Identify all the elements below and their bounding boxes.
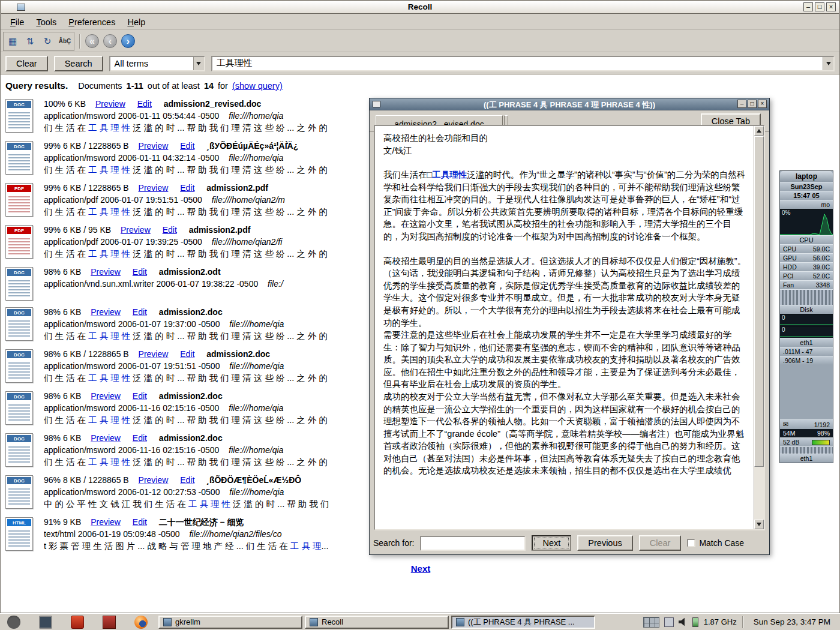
- cpu-chart: 0%: [780, 209, 833, 235]
- mail-row: ✉ 1/192: [780, 419, 833, 429]
- edit-link[interactable]: Edit: [133, 307, 147, 317]
- package-icon[interactable]: [103, 616, 116, 629]
- edit-link[interactable]: Edit: [180, 475, 194, 485]
- term-explorer-icon[interactable]: ÂbÇ: [57, 34, 73, 49]
- preview-link[interactable]: Preview: [91, 517, 121, 527]
- clear-button[interactable]: Clear: [5, 56, 48, 71]
- toolbar-separator: [79, 34, 80, 49]
- result-filename: ¸ßÕÐÖÆ¶ÈÖеĹ«Æ½ÐÔ: [206, 475, 301, 485]
- menu-item[interactable]: Help: [121, 16, 151, 29]
- page-nav-icon[interactable]: ‹: [103, 34, 117, 48]
- clock[interactable]: Sun Sep 23, 3:47 PM: [749, 617, 835, 626]
- edit-link[interactable]: Edit: [133, 267, 147, 277]
- page-nav-icon[interactable]: «: [85, 34, 99, 48]
- preview-link[interactable]: Preview: [95, 99, 125, 109]
- scrollbar-thumb[interactable]: [754, 136, 764, 467]
- firefox-icon[interactable]: [134, 616, 148, 629]
- sort-params-icon[interactable]: ⇅: [22, 34, 38, 49]
- snippet-match: 工 具 理 性: [88, 123, 130, 133]
- doc-history-icon[interactable]: ▦: [5, 34, 20, 49]
- edit-link[interactable]: Edit: [163, 225, 177, 235]
- edit-link[interactable]: Edit: [133, 391, 147, 401]
- preview-scrollbar[interactable]: [754, 126, 764, 529]
- query-combo: [211, 56, 835, 71]
- result-rank: 98% 6 KB: [44, 267, 81, 277]
- find-clear-button[interactable]: Clear: [639, 535, 682, 551]
- query-history-chevron-icon[interactable]: [823, 57, 833, 70]
- pager-icon[interactable]: [643, 617, 659, 628]
- battery-icon[interactable]: [692, 617, 698, 627]
- chevron-down-icon[interactable]: [193, 57, 204, 70]
- preview-document-text[interactable]: 高校招生的社会功能和目的 文/钱江 我们生活在□工具理性泛滥的时代。作为“世之显…: [375, 126, 753, 529]
- result-filename: admission2.doc: [159, 391, 223, 401]
- search-button[interactable]: Search: [54, 56, 103, 71]
- preview-link[interactable]: Preview: [91, 433, 121, 443]
- result-rank: 99% 6 KB / 1228865 B: [44, 183, 129, 193]
- find-input[interactable]: [420, 536, 526, 551]
- result-rank: 91% 9 KB: [44, 517, 81, 527]
- preview-link[interactable]: Preview: [139, 141, 169, 151]
- preview-link[interactable]: Preview: [91, 267, 121, 277]
- page-nav-icon[interactable]: ›: [121, 34, 135, 48]
- preview-paragraph: 高校招生最明显的目的当然是选拔人才。但这选拔人才的目标却不仅仅是人们假定“因材施…: [383, 255, 747, 329]
- preview-link[interactable]: Preview: [91, 307, 121, 317]
- close-button[interactable]: ×: [826, 2, 836, 11]
- toolbar: ▦ ⇅ ↻ ÂbÇ « ‹ ›: [1, 31, 839, 52]
- next-page-link[interactable]: Next: [411, 563, 431, 574]
- gkrellm-monitor[interactable]: laptop Sun23Sep 15:47 05 mo 0% CPU CPU59…: [779, 170, 833, 463]
- menu-item[interactable]: File: [4, 16, 30, 29]
- sensor-row: CPU59.0C: [780, 244, 833, 253]
- result-mimetype-date: application/msword 2006-01-12 00:27:53 -…: [44, 487, 220, 497]
- refresh-icon[interactable]: ↻: [40, 34, 55, 49]
- task-button[interactable]: ((工 PHRASE 4 具 PHRASE ...: [451, 616, 595, 629]
- find-next-button[interactable]: Next: [532, 535, 571, 551]
- scroll-up-icon[interactable]: [754, 126, 764, 136]
- net-label: eth1: [780, 338, 833, 347]
- edit-link[interactable]: Edit: [133, 517, 147, 527]
- task-button[interactable]: gkrellm: [158, 616, 302, 629]
- edit-link[interactable]: Edit: [180, 183, 194, 193]
- preview-titlebar[interactable]: ((工 PHRASE 4 具 PHRASE 4 理 PHRASE 4 性)) –…: [370, 98, 769, 110]
- snippet-match: 工 具 理 性: [88, 249, 130, 259]
- media-icon[interactable]: [71, 616, 84, 629]
- query-input[interactable]: [212, 57, 833, 70]
- preview-link[interactable]: Preview: [139, 183, 169, 193]
- menu-item[interactable]: Preferences: [62, 16, 121, 29]
- preview-minimize-button[interactable]: –: [737, 100, 746, 108]
- snippet-match: 工 具 理 性: [88, 165, 130, 175]
- result-url: file:/: [268, 279, 283, 289]
- scroll-down-icon[interactable]: [754, 520, 764, 529]
- menu-item[interactable]: Tools: [30, 16, 62, 29]
- preview-window-title: ((工 PHRASE 4 具 PHRASE 4 理 PHRASE 4 性)): [370, 100, 769, 110]
- find-previous-button[interactable]: Previous: [577, 535, 632, 551]
- volume-icon[interactable]: [679, 617, 688, 626]
- preview-link[interactable]: Preview: [139, 475, 169, 485]
- match-case-checkbox[interactable]: [687, 539, 695, 547]
- minimize-button[interactable]: –: [803, 2, 813, 11]
- memory-used: 54M: [783, 430, 795, 437]
- task-label: Recoll: [322, 617, 343, 626]
- edit-link[interactable]: Edit: [180, 349, 194, 359]
- keyboard-icon[interactable]: [664, 617, 674, 627]
- show-query-link[interactable]: (show query): [232, 81, 283, 91]
- display-icon[interactable]: [39, 616, 52, 629]
- preview-link[interactable]: Preview: [121, 225, 151, 235]
- preview-paragraph: [383, 157, 747, 169]
- sensor-row: GPU56.0C: [780, 253, 833, 262]
- preview-link[interactable]: Preview: [91, 391, 121, 401]
- memory-percent: 98%: [817, 430, 830, 437]
- memory-row: 54M98%: [780, 429, 833, 437]
- edit-link[interactable]: Edit: [137, 99, 152, 109]
- preview-link[interactable]: Preview: [139, 349, 169, 359]
- maximize-button[interactable]: □: [815, 2, 824, 11]
- task-window-icon: [456, 618, 464, 626]
- preview-paragraph: 文/钱江: [383, 145, 747, 157]
- window-titlebar[interactable]: Recoll – □ ×: [1, 1, 839, 14]
- gnome-foot-icon[interactable]: [7, 616, 20, 629]
- preview-close-button[interactable]: ×: [758, 100, 767, 108]
- preview-maximize-button[interactable]: □: [748, 100, 757, 108]
- task-button[interactable]: Recoll: [305, 616, 449, 629]
- edit-link[interactable]: Edit: [133, 433, 147, 443]
- edit-link[interactable]: Edit: [180, 141, 194, 151]
- search-mode-select[interactable]: All terms: [109, 56, 205, 71]
